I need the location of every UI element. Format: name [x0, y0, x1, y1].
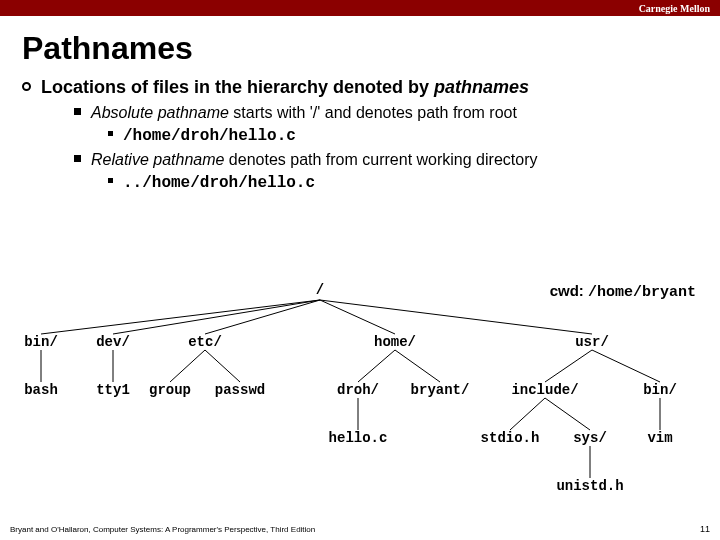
node-ubin: bin/: [643, 382, 677, 398]
node-include: include/: [511, 382, 578, 398]
bullet-level1: Locations of files in the hierarchy deno…: [44, 77, 690, 98]
node-usr: usr/: [575, 334, 609, 350]
text-em: Absolute pathname: [91, 104, 229, 121]
bullet-level3: ../home/droh/hello.c: [44, 173, 690, 192]
footer-citation: Bryant and O'Hallaron, Computer Systems:…: [10, 525, 315, 534]
node-stdioh: stdio.h: [481, 430, 540, 446]
svg-line-4: [320, 300, 592, 334]
node-tty1: tty1: [96, 382, 130, 398]
square-bullet-icon: [74, 108, 81, 115]
text-em: pathnames: [434, 77, 529, 97]
node-dev: dev/: [96, 334, 130, 350]
square-bullet-icon: [74, 155, 81, 162]
tree-diagram: cwd: /home/bryant: [0, 282, 720, 502]
square-bullet-icon: [108, 131, 113, 136]
svg-line-0: [41, 300, 320, 334]
circle-bullet-icon: [22, 82, 31, 91]
node-droh: droh/: [337, 382, 379, 398]
svg-line-8: [205, 350, 240, 382]
svg-line-7: [170, 350, 205, 382]
slide: Carnegie Mellon Pathnames Locations of f…: [0, 0, 720, 540]
svg-line-10: [395, 350, 440, 382]
svg-line-2: [205, 300, 320, 334]
node-home: home/: [374, 334, 416, 350]
top-bar: Carnegie Mellon: [0, 0, 720, 16]
node-bash: bash: [24, 382, 58, 398]
node-passwd: passwd: [215, 382, 265, 398]
bullet-level3: /home/droh/hello.c: [44, 126, 690, 145]
node-etc: etc/: [188, 334, 222, 350]
text: Locations of files in the hierarchy deno…: [41, 77, 434, 97]
brand-label: Carnegie Mellon: [639, 3, 710, 14]
node-unistdh: unistd.h: [556, 478, 623, 494]
node-group: group: [149, 382, 191, 398]
svg-line-9: [358, 350, 395, 382]
text-em: Relative pathname: [91, 151, 224, 168]
svg-line-14: [510, 398, 545, 430]
svg-line-12: [592, 350, 660, 382]
svg-line-11: [545, 350, 592, 382]
node-bin: bin/: [24, 334, 58, 350]
node-vim: vim: [647, 430, 672, 446]
page-number: 11: [700, 524, 710, 534]
square-bullet-icon: [108, 178, 113, 183]
bullet-level2: Absolute pathname starts with '/' and de…: [44, 104, 690, 122]
node-helloc: hello.c: [329, 430, 388, 446]
code-text: ../home/droh/hello.c: [123, 174, 315, 192]
node-root: /: [316, 282, 324, 298]
node-sys: sys/: [573, 430, 607, 446]
code-text: /home/droh/hello.c: [123, 127, 296, 145]
bullet-level2: Relative pathname denotes path from curr…: [44, 151, 690, 169]
svg-line-15: [545, 398, 590, 430]
svg-line-1: [113, 300, 320, 334]
slide-title: Pathnames: [0, 16, 720, 77]
content-area: Locations of files in the hierarchy deno…: [0, 77, 720, 192]
node-bryant: bryant/: [411, 382, 470, 398]
text: starts with '/' and denotes path from ro…: [229, 104, 517, 121]
text: denotes path from current working direct…: [224, 151, 537, 168]
